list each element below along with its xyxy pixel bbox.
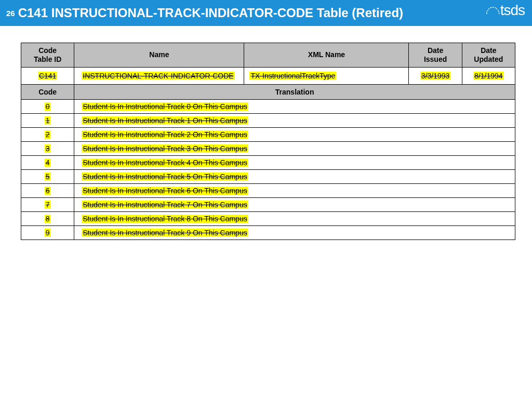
code-table: CodeTable ID Name XML Name DateIssued Da… [21, 43, 515, 240]
slide-number: 26 [6, 9, 15, 18]
header-code: Code [21, 84, 74, 100]
cell-xml-name: TX-InstructionalTrackType [244, 67, 409, 84]
cell-name: INSTRUCTIONAL-TRACK-INDICATOR-CODE [74, 67, 244, 84]
code-cell: 0 [21, 100, 74, 114]
cell-code-table-id: C141 [21, 67, 74, 84]
table-row: 7Student Is In Instructional Track 7 On … [21, 198, 515, 212]
page-title: C141 INSTRUCTIONAL-TRACK-INDICATOR-CODE … [18, 6, 403, 20]
code-cell: 6 [21, 184, 74, 198]
header-translation: Translation [74, 84, 515, 100]
content-area: CodeTable ID Name XML Name DateIssued Da… [0, 26, 532, 240]
header-code-table-id: CodeTable ID [21, 43, 74, 68]
table-row: 9Student Is In Instructional Track 9 On … [21, 226, 515, 240]
table-row: 5Student Is In Instructional Track 5 On … [21, 170, 515, 184]
translation-cell: Student Is In Instructional Track 9 On T… [74, 226, 515, 240]
code-cell: 1 [21, 114, 74, 128]
meta-row: C141 INSTRUCTIONAL-TRACK-INDICATOR-CODE … [21, 67, 515, 84]
table-row: 8Student Is In Instructional Track 8 On … [21, 212, 515, 226]
translation-cell: Student Is In Instructional Track 5 On T… [74, 170, 515, 184]
slide-header: 26 C141 INSTRUCTIONAL-TRACK-INDICATOR-CO… [0, 0, 532, 26]
table-header-row-1: CodeTable ID Name XML Name DateIssued Da… [21, 43, 515, 68]
logo-text: tsds [500, 3, 525, 18]
logo-dots-icon [486, 4, 499, 17]
header-xml-name: XML Name [244, 43, 409, 68]
code-cell: 4 [21, 156, 74, 170]
header-date-issued: DateIssued [409, 43, 462, 68]
cell-date-updated: 8/1/1994 [462, 67, 515, 84]
code-cell: 3 [21, 142, 74, 156]
translation-cell: Student Is In Instructional Track 1 On T… [74, 114, 515, 128]
table-row: 1Student Is In Instructional Track 1 On … [21, 114, 515, 128]
cell-date-issued: 3/3/1993 [409, 67, 462, 84]
header-date-updated: DateUpdated [462, 43, 515, 68]
translation-cell: Student Is In Instructional Track 7 On T… [74, 198, 515, 212]
code-cell: 7 [21, 198, 74, 212]
code-cell: 5 [21, 170, 74, 184]
table-row: 0Student Is In Instructional Track 0 On … [21, 100, 515, 114]
table-row: 3Student Is In Instructional Track 3 On … [21, 142, 515, 156]
table-header-row-2: Code Translation [21, 84, 515, 100]
translation-cell: Student Is In Instructional Track 0 On T… [74, 100, 515, 114]
translation-cell: Student Is In Instructional Track 6 On T… [74, 184, 515, 198]
translation-cell: Student Is In Instructional Track 3 On T… [74, 142, 515, 156]
table-row: 2Student Is In Instructional Track 2 On … [21, 128, 515, 142]
tsds-logo: tsds [486, 3, 525, 18]
header-name: Name [74, 43, 244, 68]
code-cell: 2 [21, 128, 74, 142]
code-cell: 9 [21, 226, 74, 240]
table-row: 4Student Is In Instructional Track 4 On … [21, 156, 515, 170]
translation-cell: Student Is In Instructional Track 4 On T… [74, 156, 515, 170]
translation-cell: Student Is In Instructional Track 8 On T… [74, 212, 515, 226]
code-cell: 8 [21, 212, 74, 226]
table-row: 6Student Is In Instructional Track 6 On … [21, 184, 515, 198]
translation-cell: Student Is In Instructional Track 2 On T… [74, 128, 515, 142]
